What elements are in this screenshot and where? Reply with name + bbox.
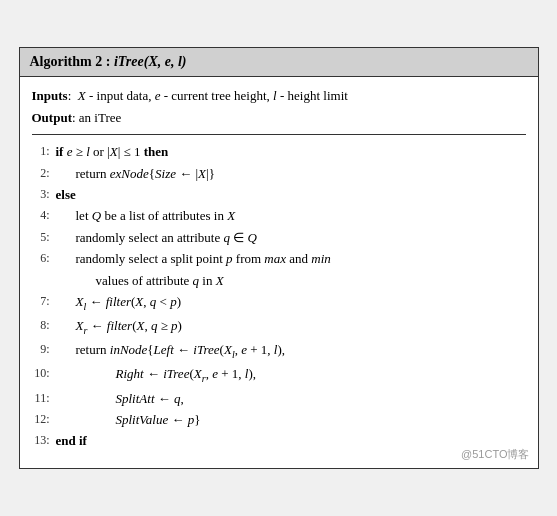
- line-13: 13: end if: [32, 430, 526, 451]
- line-content-4: let Q be a list of attributes in X: [56, 205, 526, 226]
- line-2: 2: return exNode{Size ← |X|}: [32, 163, 526, 184]
- line-11: 11: SplitAtt ← q,: [32, 388, 526, 409]
- line-num-5: 5:: [32, 227, 56, 248]
- line-num-1: 1:: [32, 141, 56, 162]
- line-4: 4: let Q be a list of attributes in X: [32, 205, 526, 226]
- line-content-2: return exNode{Size ← |X|}: [56, 163, 526, 184]
- line-num-12: 12:: [32, 409, 56, 430]
- algorithm-title: Algorithm 2 : iTree(X, e, l): [20, 48, 538, 77]
- line-num-4: 4:: [32, 205, 56, 226]
- line-content-7: Xl ← filter(X, q < p): [56, 291, 526, 315]
- line-content-11: SplitAtt ← q,: [56, 388, 526, 409]
- line-content-3: else: [56, 184, 526, 205]
- algorithm-label: Algorithm 2 :: [30, 54, 114, 69]
- line-num-2: 2:: [32, 163, 56, 184]
- line-content-12: SplitValue ← p}: [56, 409, 526, 430]
- line-1: 1: if e ≥ l or |X| ≤ 1 then: [32, 141, 526, 162]
- line-num-7: 7:: [32, 291, 56, 312]
- inputs-line: Inputs: X - input data, e - current tree…: [32, 85, 526, 106]
- line-6-cont: values of attribute q in X: [32, 270, 526, 291]
- line-9: 9: return inNode{Left ← iTree(Xl, e + 1,…: [32, 339, 526, 363]
- line-content-6-cont: values of attribute q in X: [56, 270, 526, 291]
- inputs-label: Inputs: [32, 88, 68, 103]
- line-num-6: 6:: [32, 248, 56, 269]
- line-7: 7: Xl ← filter(X, q < p): [32, 291, 526, 315]
- line-num-8: 8:: [32, 315, 56, 336]
- algorithm-signature: iTree(X, e, l): [114, 54, 187, 69]
- line-num-6-cont: [32, 270, 56, 271]
- algorithm-body: Inputs: X - input data, e - current tree…: [20, 77, 538, 468]
- line-num-13: 13:: [32, 430, 56, 451]
- line-num-11: 11:: [32, 388, 56, 409]
- line-num-3: 3:: [32, 184, 56, 205]
- line-content-9: return inNode{Left ← iTree(Xl, e + 1, l)…: [56, 339, 526, 363]
- line-num-9: 9:: [32, 339, 56, 360]
- line-3: 3: else: [32, 184, 526, 205]
- line-6: 6: randomly select a split point p from …: [32, 248, 526, 269]
- line-10: 10: Right ← iTree(Xr, e + 1, l),: [32, 363, 526, 387]
- line-content-13: end if: [56, 430, 526, 451]
- line-content-8: Xr ← filter(X, q ≥ p): [56, 315, 526, 339]
- line-5: 5: randomly select an attribute q ∈ Q: [32, 227, 526, 248]
- output-line: Output: an iTree: [32, 107, 526, 128]
- io-section: Inputs: X - input data, e - current tree…: [32, 85, 526, 135]
- line-content-1: if e ≥ l or |X| ≤ 1 then: [56, 141, 526, 162]
- watermark: @51CTO博客: [461, 447, 529, 462]
- algorithm-container: Algorithm 2 : iTree(X, e, l) Inputs: X -…: [19, 47, 539, 469]
- line-num-10: 10:: [32, 363, 56, 384]
- line-content-10: Right ← iTree(Xr, e + 1, l),: [56, 363, 526, 387]
- line-8: 8: Xr ← filter(X, q ≥ p): [32, 315, 526, 339]
- line-12: 12: SplitValue ← p}: [32, 409, 526, 430]
- line-content-6: randomly select a split point p from max…: [56, 248, 526, 269]
- output-label: Output: [32, 110, 72, 125]
- numbered-lines: 1: if e ≥ l or |X| ≤ 1 then 2: return ex…: [32, 141, 526, 452]
- line-content-5: randomly select an attribute q ∈ Q: [56, 227, 526, 248]
